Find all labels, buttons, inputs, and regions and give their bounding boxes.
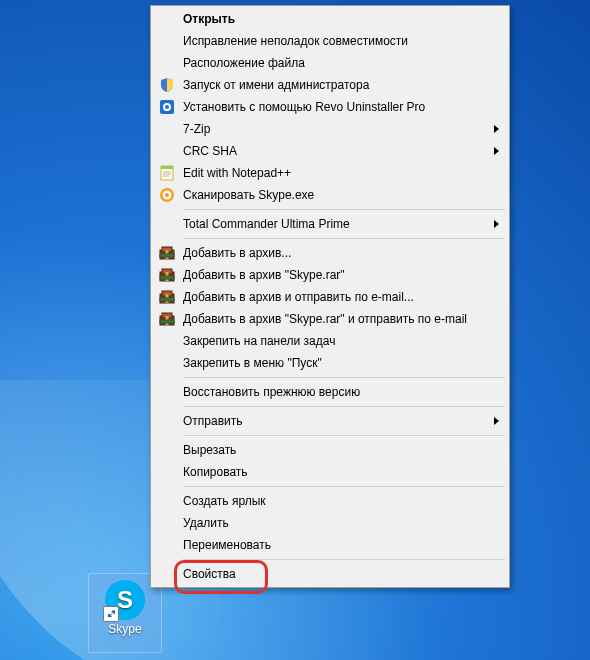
scan-icon	[159, 187, 175, 203]
menu-item-label: Запуск от имени администратора	[183, 78, 369, 92]
menu-item[interactable]: Добавить в архив...	[153, 242, 507, 264]
svg-text:S: S	[117, 586, 133, 613]
menu-item-label: Закрепить на панели задач	[183, 334, 335, 348]
desktop-shortcut-label: Skype	[89, 622, 161, 636]
menu-item-label: Добавить в архив и отправить по e-mail..…	[183, 290, 414, 304]
menu-separator	[183, 486, 505, 487]
menu-item-label: Добавить в архив...	[183, 246, 291, 260]
menu-item[interactable]: Расположение файла	[153, 52, 507, 74]
menu-item[interactable]: Сканировать Skype.exe	[153, 184, 507, 206]
menu-item-label: Свойства	[183, 567, 236, 581]
desktop: S Skype ОткрытьИсправление неполадок сов…	[0, 0, 590, 660]
menu-separator	[183, 209, 505, 210]
winrar-icon	[159, 311, 175, 327]
menu-item-label: 7-Zip	[183, 122, 210, 136]
menu-item[interactable]: Удалить	[153, 512, 507, 534]
menu-item-label: Добавить в архив "Skype.rar"	[183, 268, 345, 282]
menu-item-label: Вырезать	[183, 443, 236, 457]
menu-item-label: Добавить в архив "Skype.rar" и отправить…	[183, 312, 467, 326]
submenu-arrow-icon	[494, 147, 499, 155]
menu-item[interactable]: Исправление неполадок совместимости	[153, 30, 507, 52]
skype-icon: S	[103, 578, 147, 622]
submenu-arrow-icon	[494, 220, 499, 228]
menu-item[interactable]: Добавить в архив и отправить по e-mail..…	[153, 286, 507, 308]
menu-item-label: Установить с помощью Revo Uninstaller Pr…	[183, 100, 425, 114]
menu-item[interactable]: Edit with Notepad++	[153, 162, 507, 184]
menu-item[interactable]: Добавить в архив "Skype.rar"	[153, 264, 507, 286]
menu-item-label: Total Commander Ultima Prime	[183, 217, 350, 231]
menu-item-label: Исправление неполадок совместимости	[183, 34, 408, 48]
menu-item-label: Закрепить в меню "Пуск"	[183, 356, 322, 370]
menu-item-label: Открыть	[183, 12, 235, 26]
menu-item[interactable]: Закрепить на панели задач	[153, 330, 507, 352]
menu-item[interactable]: Вырезать	[153, 439, 507, 461]
winrar-icon	[159, 289, 175, 305]
menu-separator	[183, 559, 505, 560]
menu-item-label: CRC SHA	[183, 144, 237, 158]
menu-item-label: Сканировать Skype.exe	[183, 188, 314, 202]
menu-item-label: Переименовать	[183, 538, 271, 552]
submenu-arrow-icon	[494, 417, 499, 425]
menu-item[interactable]: Добавить в архив "Skype.rar" и отправить…	[153, 308, 507, 330]
menu-item[interactable]: Total Commander Ultima Prime	[153, 213, 507, 235]
menu-item[interactable]: Переименовать	[153, 534, 507, 556]
submenu-arrow-icon	[494, 125, 499, 133]
menu-item-label: Edit with Notepad++	[183, 166, 291, 180]
menu-item-label: Копировать	[183, 465, 248, 479]
menu-separator	[183, 435, 505, 436]
menu-item[interactable]: Открыть	[153, 8, 507, 30]
notepad-icon	[159, 165, 175, 181]
menu-item[interactable]: Отправить	[153, 410, 507, 432]
menu-item[interactable]: Запуск от имени администратора	[153, 74, 507, 96]
menu-item[interactable]: 7-Zip	[153, 118, 507, 140]
shortcut-arrow-icon	[103, 606, 119, 622]
winrar-icon	[159, 245, 175, 261]
menu-item[interactable]: Свойства	[153, 563, 507, 585]
winrar-icon	[159, 267, 175, 283]
menu-separator	[183, 238, 505, 239]
menu-separator	[183, 406, 505, 407]
menu-item-label: Восстановить прежнюю версию	[183, 385, 360, 399]
menu-separator	[183, 377, 505, 378]
revo-icon	[159, 99, 175, 115]
menu-item[interactable]: Создать ярлык	[153, 490, 507, 512]
menu-item-label: Расположение файла	[183, 56, 305, 70]
menu-item[interactable]: CRC SHA	[153, 140, 507, 162]
menu-item[interactable]: Установить с помощью Revo Uninstaller Pr…	[153, 96, 507, 118]
menu-item[interactable]: Закрепить в меню "Пуск"	[153, 352, 507, 374]
menu-item-label: Удалить	[183, 516, 229, 530]
context-menu: ОткрытьИсправление неполадок совместимос…	[150, 5, 510, 588]
menu-item[interactable]: Копировать	[153, 461, 507, 483]
shield-icon	[159, 77, 175, 93]
menu-item[interactable]: Восстановить прежнюю версию	[153, 381, 507, 403]
menu-item-label: Отправить	[183, 414, 243, 428]
menu-item-label: Создать ярлык	[183, 494, 266, 508]
